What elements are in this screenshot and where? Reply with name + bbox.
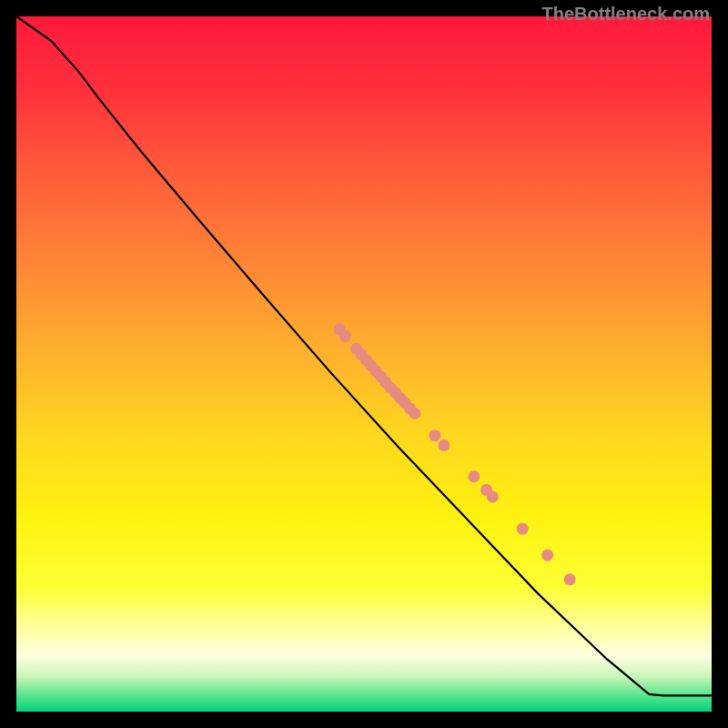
- watermark-text: TheBottleneck.com: [542, 4, 710, 25]
- data-point: [487, 490, 499, 502]
- data-point: [429, 430, 440, 441]
- data-point: [438, 440, 450, 451]
- data-point: [339, 330, 351, 342]
- data-point: [409, 408, 420, 420]
- data-point: [564, 573, 576, 585]
- data-point: [517, 523, 529, 535]
- data-point: [541, 550, 553, 561]
- chart-svg: [0, 0, 728, 728]
- data-point: [468, 470, 480, 482]
- chart-container: TheBottleneck.com: [0, 0, 728, 728]
